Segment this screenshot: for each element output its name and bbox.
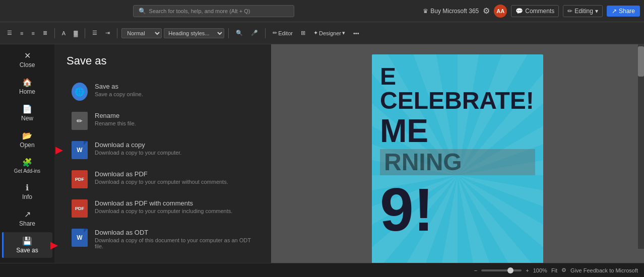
download-pdf-comments-icon: PDF xyxy=(71,199,89,218)
sidebar-item-new[interactable]: 📄 New xyxy=(2,100,52,126)
chevron-down-icon: ▾ xyxy=(595,8,598,15)
save-online-text: Save as Save a copy online. xyxy=(95,83,143,97)
zoom-thumb xyxy=(507,267,513,273)
close-icon: ✕ xyxy=(24,51,31,60)
layout-button[interactable]: ⊞ xyxy=(298,29,308,37)
active-indicator xyxy=(2,232,4,258)
ribbon-sep-1 xyxy=(54,28,55,38)
main-layout: ✕ Close 🏠 Home 📄 New 📂 Open 🧩 Get Add-in… xyxy=(0,44,644,263)
fit-label: Fit xyxy=(551,267,557,273)
avatar: AA xyxy=(494,5,507,18)
zoom-slider[interactable] xyxy=(481,269,522,271)
rename-text: Rename Rename this file. xyxy=(95,112,136,126)
share-icon: ↗ xyxy=(612,8,617,15)
sidebar-label-close: Close xyxy=(20,61,35,68)
ribbon-list[interactable]: ☰ xyxy=(89,29,100,37)
top-bar: 🔍 Search for tools, help, and more (Alt … xyxy=(0,0,644,22)
editor-button[interactable]: ✏ Editor xyxy=(270,29,296,37)
save-as-panel: Save as 🌐 Save as Save a copy online. ✏ … xyxy=(54,44,271,263)
option-save-online[interactable]: 🌐 Save as Save a copy online. xyxy=(67,78,259,106)
zoom-in-button[interactable]: + xyxy=(526,267,529,273)
comment-icon: 💬 xyxy=(516,8,523,15)
sidebar-item-info[interactable]: ℹ Info xyxy=(2,179,52,204)
sidebar-item-share[interactable]: ↗ Share xyxy=(2,205,52,231)
doc-line3: RNING xyxy=(380,149,535,175)
editing-button[interactable]: ✏ Editing ▾ xyxy=(563,5,603,17)
sidebar-label-save-as: Save as xyxy=(16,247,38,254)
ribbon: ☰ ≡ ≡ ≣ A ▓ ☰ ⇥ Normal Heading styles...… xyxy=(0,22,644,44)
ribbon-sep-3 xyxy=(117,28,117,38)
doc-line2: ME xyxy=(380,115,535,147)
sidebar-item-save-as[interactable]: 💾 Save as ▶ xyxy=(2,232,52,258)
option-rename[interactable]: ✏ Rename Rename this file. xyxy=(67,107,259,135)
scroll-thumb[interactable] xyxy=(638,46,644,77)
option-download-odt[interactable]: W Download as ODT Download a copy of thi… xyxy=(67,224,259,254)
feedback-label: Give Feedback to Microsoft xyxy=(570,267,638,273)
sidebar-label-home: Home xyxy=(19,88,35,95)
ribbon-align-right[interactable]: ≡ xyxy=(28,29,37,37)
home-icon: 🏠 xyxy=(22,78,32,87)
sidebar-item-close[interactable]: ✕ Close xyxy=(2,47,52,73)
save-as-icon: 💾 xyxy=(22,236,32,246)
download-odt-icon: W xyxy=(71,229,89,247)
ribbon-indent[interactable]: ⇥ xyxy=(102,29,113,37)
sidebar-item-home[interactable]: 🏠 Home xyxy=(2,74,52,99)
style-dropdown[interactable]: Normal xyxy=(121,28,162,38)
search-button[interactable]: 🔍 xyxy=(233,29,246,37)
editor-icon: ✏ xyxy=(273,30,277,36)
search-placeholder: Search for tools, help, and more (Alt + … xyxy=(149,8,250,14)
zoom-percent: 100% xyxy=(533,267,547,273)
crown-icon: ♛ xyxy=(423,8,428,15)
search-icon: 🔍 xyxy=(139,8,146,15)
download-copy-icon: W xyxy=(71,141,89,159)
bottom-bar: − + 100% Fit ⚙ Give Feedback to Microsof… xyxy=(0,263,644,277)
doc-line1: E CELEBRATE! xyxy=(380,64,535,113)
ribbon-font-color[interactable]: A xyxy=(59,29,69,37)
sidebar: ✕ Close 🏠 Home 📄 New 📂 Open 🧩 Get Add-in… xyxy=(0,44,54,263)
addins-icon: 🧩 xyxy=(22,158,32,167)
download-odt-text: Download as ODT Download a copy of this … xyxy=(95,229,255,249)
pencil-icon: ✏ xyxy=(567,8,572,15)
designer-button[interactable]: ✦ Designer ▾ xyxy=(310,29,348,37)
option-download-copy[interactable]: ▶ W Download a copy Download a copy to y… xyxy=(67,136,259,164)
more-ribbon-button[interactable]: ••• xyxy=(350,29,362,37)
search-box[interactable]: 🔍 Search for tools, help, and more (Alt … xyxy=(133,5,294,17)
sidebar-label-share: Share xyxy=(19,220,35,227)
panel-title: Save as xyxy=(67,54,259,67)
doc-page: E CELEBRATE! ME RNING 9! xyxy=(372,54,543,263)
ribbon-justify[interactable]: ≣ xyxy=(40,29,50,37)
ribbon-sep-2 xyxy=(85,28,85,38)
sidebar-item-add-ins[interactable]: 🧩 Get Add-ins xyxy=(2,154,52,178)
share-side-icon: ↗ xyxy=(24,210,31,219)
option-download-pdf[interactable]: PDF Download as PDF Download a copy to y… xyxy=(67,165,259,193)
heading-select[interactable]: Heading styles... xyxy=(164,28,224,38)
download-pdf-text: Download as PDF Download a copy to your … xyxy=(95,170,228,185)
voice-button[interactable]: 🎤 xyxy=(248,29,261,37)
save-online-icon: 🌐 xyxy=(71,83,89,101)
sidebar-label-info: Info xyxy=(22,193,32,200)
buy-microsoft-button[interactable]: ♛ Buy Microsoft 365 xyxy=(423,8,479,15)
sidebar-item-export[interactable]: 📤 Export ▶ xyxy=(2,259,52,263)
designer-icon: ✦ xyxy=(313,30,318,36)
doc-content: E CELEBRATE! ME RNING 9! xyxy=(372,54,543,263)
settings-icon: ⚙ xyxy=(561,267,566,273)
download-pdf-icon: PDF xyxy=(71,170,89,188)
top-bar-center: 🔍 Search for tools, help, and more (Alt … xyxy=(4,5,423,17)
zoom-out-button[interactable]: − xyxy=(474,267,477,273)
ribbon-highlight[interactable]: ▓ xyxy=(71,29,81,37)
comments-button[interactable]: 💬 Comments xyxy=(511,5,559,17)
ribbon-align-left[interactable]: ☰ xyxy=(4,29,15,37)
open-icon: 📂 xyxy=(22,131,32,141)
sidebar-label-new: New xyxy=(21,115,33,122)
top-bar-right: ♛ Buy Microsoft 365 ⚙ AA 💬 Comments ✏ Ed… xyxy=(423,5,640,18)
share-button[interactable]: ↗ Share xyxy=(607,6,640,17)
doc-number: 9! xyxy=(380,179,535,240)
ribbon-sep-4 xyxy=(228,28,229,38)
option-download-pdf-comments[interactable]: PDF Download as PDF with comments Downlo… xyxy=(67,194,259,223)
red-arrow-save-as: ▶ xyxy=(50,240,57,251)
bottom-right: − + 100% Fit ⚙ Give Feedback to Microsof… xyxy=(474,267,638,273)
vertical-scrollbar[interactable] xyxy=(638,44,644,249)
settings-button[interactable]: ⚙ xyxy=(483,6,490,16)
ribbon-align-center[interactable]: ≡ xyxy=(17,29,26,37)
sidebar-item-open[interactable]: 📂 Open xyxy=(2,127,52,153)
